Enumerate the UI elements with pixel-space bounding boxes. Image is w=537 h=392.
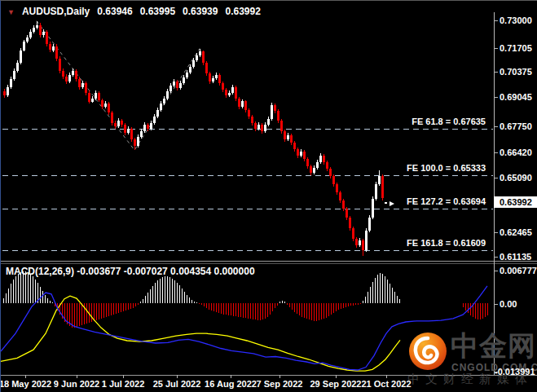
date-label: 7 Sep 2022 [257, 379, 303, 389]
symbol-period: AUDUSD,Daily [22, 6, 90, 17]
date-label: 16 Aug 2022 [205, 379, 257, 389]
date-label: 1 Jul 2022 [102, 379, 145, 389]
macd-indicator-label: MACD(12,26,9) -0.003677 -0.007027 0.0043… [6, 266, 255, 277]
ohlc-low: 0.63939 [183, 6, 218, 17]
fib-level-label-161.8: FE 161.8 = 0.61609 [407, 238, 486, 248]
macd-signal-line [1, 296, 400, 371]
chart-title-row: ▼AUDUSD,Daily0.639460.639950.639390.6399… [7, 6, 268, 17]
macd-axis-label: 0.006777 [500, 266, 537, 275]
ohlc-high: 0.63995 [140, 6, 175, 17]
macd-axis-label: 0.00 [500, 299, 517, 309]
cngold-logo-icon [407, 331, 450, 373]
date-label: 21 Oct 2022 [361, 379, 411, 389]
price-axis-label: 0.73000 [500, 15, 532, 25]
price-axis-label: 0.67750 [500, 121, 532, 131]
main-macd-separator-shadow [1, 263, 537, 264]
current-price-box: 0.63992 [494, 196, 537, 208]
price-axis-label: 0.66420 [500, 148, 532, 157]
price-axis-label: 0.65090 [500, 173, 532, 183]
ohlc-close: 0.63992 [225, 6, 260, 17]
current-bar-arrow [390, 201, 394, 206]
date-label: 9 Jun 2022 [54, 379, 99, 389]
macd-histogram [4, 271, 488, 328]
price-axis-label: 0.71705 [500, 43, 532, 53]
watermark-brand: 中金网 [451, 328, 536, 365]
chart-window: ▼AUDUSD,Daily0.639460.639950.639390.6399… [0, 0, 537, 392]
price-axis-label: 0.62465 [500, 227, 532, 237]
price-axis-label: 0.61135 [500, 252, 531, 262]
watermark: 中金网 CNGOLD.COM.CN 中文财经新媒体 [404, 323, 537, 390]
macd-axis-label: -0.013991 [495, 367, 535, 377]
price-axis-label: 0.70375 [500, 67, 532, 77]
date-label: 25 Jul 2022 [153, 379, 201, 389]
main-macd-separator [1, 261, 537, 262]
price-axis-label: 0.69045 [500, 92, 532, 102]
date-label: 18 May 2022 [0, 379, 51, 389]
fib-level-label-127.2: FE 127.2 = 0.63694 [407, 196, 486, 206]
ohlc-open: 0.63946 [97, 6, 132, 17]
symbol-dropdown-icon[interactable]: ▼ [7, 8, 15, 16]
fib-level-label-100.0: FE 100.0 = 0.65333 [407, 163, 486, 173]
fib-level-label-61.8: FE 61.8 = 0.67635 [412, 117, 486, 126]
date-label: 29 Sep 2022 [310, 379, 362, 389]
